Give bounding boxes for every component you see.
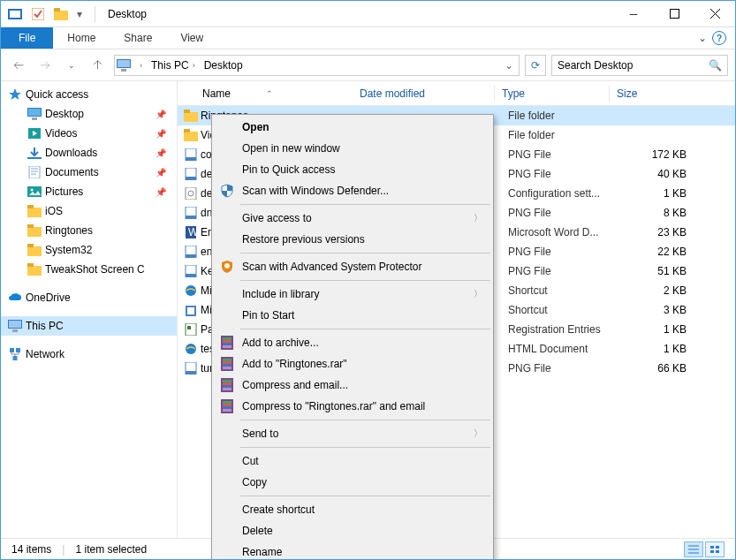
menu-add-to-archive[interactable]: Add to archive... <box>214 332 491 353</box>
svg-point-16 <box>31 189 34 192</box>
svg-rect-58 <box>716 546 719 549</box>
qat-app-icon[interactable] <box>4 4 26 24</box>
tv-quick-documents[interactable]: Documents📌 <box>1 163 177 182</box>
crumb-chevron[interactable]: › <box>133 56 146 75</box>
svg-rect-10 <box>28 109 41 116</box>
view-details-button[interactable] <box>684 541 703 557</box>
menu-open-in-new-window[interactable]: Open in new window <box>214 138 491 159</box>
rar-icon <box>219 335 235 351</box>
nav-pane: Quick access Desktop📌Videos📌Downloads📌Do… <box>1 81 178 538</box>
menu-scan-with-advanced-system-protector[interactable]: Scan with Advanced System Protector <box>214 256 491 277</box>
search-placeholder: Search Desktop <box>558 59 709 72</box>
file-type: Registration Entries <box>508 323 623 336</box>
menu-label: Add to "Ringtones.rar" <box>242 358 347 370</box>
ribbon-expand-icon[interactable]: ⌄ <box>698 32 707 44</box>
column-headers: Name⌃ Date modified Type Size <box>178 81 735 106</box>
tv-quick-access[interactable]: Quick access <box>1 85 177 104</box>
menu-compress-to-ringtones-rar-and-email[interactable]: Compress to "Ringtones.rar" and email <box>214 396 491 417</box>
rar-icon <box>219 356 235 372</box>
menu-compress-and-email[interactable]: Compress and email... <box>214 375 491 396</box>
menu-separator <box>240 329 490 329</box>
menu-copy[interactable]: Copy <box>214 472 491 493</box>
tv-quick-downloads[interactable]: Downloads📌 <box>1 143 177 163</box>
svg-rect-36 <box>186 157 196 161</box>
forward-button[interactable]: 🡢 <box>34 55 56 76</box>
search-box[interactable]: Search Desktop 🔍 <box>551 55 728 76</box>
refresh-button[interactable]: ⟳ <box>525 55 546 76</box>
file-tab[interactable]: File <box>1 27 53 49</box>
file-type: HTML Document <box>508 343 623 355</box>
menu-open[interactable]: Open <box>214 117 491 138</box>
title-bar: ▾ Desktop ─ <box>1 1 735 27</box>
col-size[interactable]: Size <box>609 86 688 102</box>
col-type[interactable]: Type <box>494 86 609 102</box>
tv-network[interactable]: Network <box>1 344 177 364</box>
menu-delete[interactable]: Delete <box>214 520 491 541</box>
address-bar[interactable]: › This PC› Desktop ⌄ <box>114 55 520 76</box>
svg-rect-22 <box>27 244 34 247</box>
svg-rect-51 <box>187 307 194 314</box>
tv-quick-pictures[interactable]: Pictures📌 <box>1 182 177 201</box>
menu-pin-to-quick-access[interactable]: Pin to Quick access <box>214 159 491 180</box>
recent-dropdown[interactable]: ⌄ <box>61 55 82 76</box>
crumb-thispc[interactable]: This PC› <box>148 56 199 75</box>
menu-send-to[interactable]: Send to〉 <box>214 423 491 444</box>
network-icon <box>8 347 22 361</box>
menu-label: Restore previous versions <box>242 233 365 246</box>
close-button[interactable] <box>694 1 735 27</box>
app-icon <box>183 304 199 316</box>
svg-rect-30 <box>13 356 18 360</box>
share-tab[interactable]: Share <box>110 27 166 49</box>
crumb-desktop[interactable]: Desktop <box>201 56 247 75</box>
reg-icon <box>183 323 199 336</box>
tv-onedrive[interactable]: OneDrive <box>1 288 177 307</box>
tv-this-pc[interactable]: This PC <box>1 316 177 336</box>
svg-rect-3 <box>54 11 68 20</box>
png-icon <box>183 148 199 161</box>
qat-properties-icon[interactable] <box>27 4 49 24</box>
address-dropdown-icon[interactable]: ⌄ <box>505 59 517 72</box>
tv-quick-ios[interactable]: iOS <box>1 201 177 221</box>
submenu-arrow-icon: 〉 <box>474 428 482 440</box>
menu-scan-with-windows-defender[interactable]: Scan with Windows Defender... <box>214 180 491 201</box>
svg-rect-66 <box>223 343 231 345</box>
menu-cut[interactable]: Cut <box>214 450 491 472</box>
menu-create-shortcut[interactable]: Create shortcut <box>214 499 491 520</box>
tv-quick-tweakshot-screen-c[interactable]: TweakShot Screen C <box>1 260 177 279</box>
file-size: 8 KB <box>623 207 694 219</box>
tv-quick-desktop[interactable]: Desktop📌 <box>1 104 177 124</box>
tv-quick-videos[interactable]: Videos📌 <box>1 124 177 143</box>
menu-label: Pin to Quick access <box>242 163 335 176</box>
svg-rect-26 <box>9 321 21 328</box>
file-type: PNG File <box>508 265 623 277</box>
svg-rect-4 <box>54 8 60 11</box>
menu-include-in-library[interactable]: Include in library〉 <box>214 284 491 305</box>
up-button[interactable]: 🡡 <box>87 55 109 76</box>
maximize-button[interactable] <box>654 1 694 27</box>
view-tab[interactable]: View <box>166 27 217 49</box>
menu-restore-previous-versions[interactable]: Restore previous versions <box>214 229 491 250</box>
svg-rect-23 <box>27 266 42 276</box>
menu-give-access-to[interactable]: Give access to〉 <box>214 208 491 229</box>
back-button[interactable]: 🡠 <box>8 55 29 76</box>
svg-rect-19 <box>27 227 42 237</box>
tv-quick-system32[interactable]: System32 <box>1 240 177 260</box>
pin-icon: 📌 <box>156 129 166 139</box>
menu-pin-to-start[interactable]: Pin to Start <box>214 305 491 326</box>
menu-separator <box>240 204 490 205</box>
qat-dropdown-icon[interactable]: ▾ <box>73 4 86 24</box>
svg-rect-60 <box>716 550 719 553</box>
col-date[interactable]: Date modified <box>353 87 494 100</box>
view-large-button[interactable] <box>705 541 725 557</box>
help-icon[interactable]: ? <box>712 31 726 45</box>
file-size: 66 KB <box>623 362 694 375</box>
file-type: Microsoft Word D... <box>508 226 623 238</box>
qat-newfolder-icon[interactable] <box>50 4 72 24</box>
png-icon <box>183 265 199 277</box>
tv-quick-ringtones[interactable]: Ringtones <box>1 221 177 240</box>
minimize-button[interactable]: ─ <box>613 1 654 27</box>
col-name[interactable]: Name⌃ <box>195 87 353 100</box>
menu-add-to-ringtones-rar[interactable]: Add to "Ringtones.rar" <box>214 353 491 375</box>
home-tab[interactable]: Home <box>53 27 110 49</box>
menu-rename[interactable]: Rename <box>214 541 491 560</box>
